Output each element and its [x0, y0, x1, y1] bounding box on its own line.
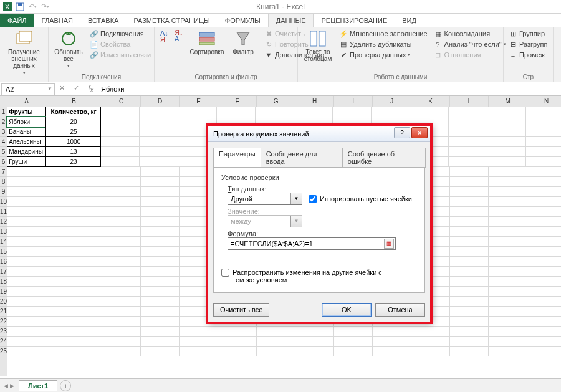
cell[interactable]: [102, 267, 141, 277]
cell[interactable]: [102, 207, 141, 217]
cell[interactable]: [489, 177, 527, 187]
cell[interactable]: [140, 137, 178, 147]
cell[interactable]: [102, 347, 141, 356]
cell[interactable]: [102, 227, 141, 237]
type-select[interactable]: Другой▼: [228, 193, 302, 205]
cell[interactable]: [140, 147, 178, 157]
cell[interactable]: [527, 217, 561, 227]
row-header[interactable]: 12: [0, 217, 7, 227]
text-to-columns-button[interactable]: Текст по столбцам: [302, 29, 334, 64]
cell[interactable]: [218, 347, 257, 356]
cell[interactable]: [140, 117, 178, 127]
cell[interactable]: [527, 287, 561, 297]
dialog-title-bar[interactable]: Проверка вводимых значений ? ✕: [208, 126, 430, 142]
sort-desc-icon[interactable]: Я↓А: [173, 29, 187, 46]
cell[interactable]: [141, 197, 180, 207]
cell[interactable]: [489, 337, 527, 347]
cell[interactable]: [489, 317, 527, 327]
row-header[interactable]: 20: [0, 297, 7, 307]
cell[interactable]: [141, 267, 180, 277]
cell[interactable]: [449, 157, 487, 167]
cell[interactable]: [102, 197, 141, 207]
cell[interactable]: [7, 337, 46, 347]
cell[interactable]: [450, 327, 489, 337]
cell[interactable]: [334, 327, 373, 337]
cell[interactable]: [7, 207, 46, 217]
cell[interactable]: [526, 147, 561, 157]
cell[interactable]: 20: [45, 117, 101, 127]
cell[interactable]: [489, 267, 527, 277]
help-button[interactable]: ?: [394, 127, 410, 138]
cell[interactable]: [46, 297, 102, 307]
data-validation-button[interactable]: ✔Проверка данных: [338, 50, 429, 60]
cell[interactable]: 13: [45, 146, 101, 157]
cell[interactable]: [450, 197, 489, 207]
save-icon[interactable]: [15, 2, 25, 12]
cell[interactable]: [489, 287, 527, 297]
add-sheet-button[interactable]: +: [60, 380, 71, 391]
cell[interactable]: [102, 257, 141, 267]
row-header[interactable]: 18: [0, 277, 7, 287]
cell[interactable]: [141, 257, 180, 267]
cell[interactable]: [102, 177, 141, 187]
cell[interactable]: [7, 307, 46, 317]
dialog-tab-settings[interactable]: Параметры: [213, 148, 261, 168]
redo-icon[interactable]: ↷▾: [40, 2, 50, 12]
cell[interactable]: [141, 177, 180, 187]
cell[interactable]: [527, 227, 561, 237]
cell[interactable]: [141, 227, 180, 237]
cell[interactable]: [7, 247, 46, 257]
cell[interactable]: [450, 277, 489, 287]
cell[interactable]: [295, 337, 334, 347]
properties-button[interactable]: 📄Свойства: [89, 39, 152, 49]
cell[interactable]: [373, 337, 411, 347]
cell[interactable]: Груши: [7, 156, 46, 167]
cell[interactable]: [7, 167, 46, 177]
cell[interactable]: [527, 207, 561, 217]
cell[interactable]: [450, 267, 489, 277]
cell[interactable]: [527, 177, 561, 187]
cell[interactable]: [7, 347, 46, 356]
cell[interactable]: [295, 347, 334, 356]
cell[interactable]: [527, 237, 561, 247]
cell[interactable]: Количество, кг: [45, 107, 101, 117]
cell[interactable]: [334, 347, 373, 356]
column-header[interactable]: E: [180, 96, 218, 107]
cell[interactable]: [257, 347, 295, 356]
sheet-tab[interactable]: Лист1: [19, 380, 57, 391]
formula-input-field[interactable]: =СЧЁТЕСЛИ($A:$A;A2)=1▦: [228, 237, 396, 250]
cell[interactable]: [527, 317, 561, 327]
row-header[interactable]: 19: [0, 287, 7, 297]
group-button[interactable]: ⊞Группир: [507, 29, 549, 39]
tab-file[interactable]: ФАЙЛ: [0, 14, 34, 27]
cell[interactable]: [489, 247, 527, 257]
close-button[interactable]: ✕: [411, 127, 428, 138]
cell[interactable]: [489, 217, 527, 227]
cell[interactable]: [487, 147, 526, 157]
cell[interactable]: 23: [45, 156, 101, 167]
relationships-button[interactable]: ⊟Отношения: [433, 50, 507, 60]
undo-icon[interactable]: ↶▾: [27, 2, 37, 12]
cell[interactable]: [46, 247, 102, 257]
cell[interactable]: [373, 347, 411, 356]
cell[interactable]: [373, 327, 411, 337]
clear-all-button[interactable]: Очистить все: [213, 303, 269, 317]
cell[interactable]: [141, 217, 180, 227]
subtotal-button[interactable]: ≡Промеж: [507, 50, 549, 60]
edit-links-button[interactable]: 🔗Изменить связи: [89, 50, 152, 60]
cell[interactable]: [411, 327, 450, 337]
cell[interactable]: [7, 237, 46, 247]
consolidate-button[interactable]: ▦Консолидация: [433, 29, 507, 39]
sort-button[interactable]: Сортировка: [191, 29, 223, 57]
cell[interactable]: [450, 177, 489, 187]
fx-icon[interactable]: fx: [84, 82, 98, 96]
cell[interactable]: [489, 257, 527, 267]
cell[interactable]: [333, 107, 372, 117]
propagate-checkbox[interactable]: Распространить изменения на другие ячейк…: [221, 269, 417, 284]
cell[interactable]: [102, 247, 141, 257]
cell[interactable]: [449, 107, 487, 117]
cell[interactable]: [141, 327, 180, 337]
cell[interactable]: [46, 317, 102, 327]
cell[interactable]: [450, 317, 489, 327]
cell[interactable]: [102, 337, 141, 347]
